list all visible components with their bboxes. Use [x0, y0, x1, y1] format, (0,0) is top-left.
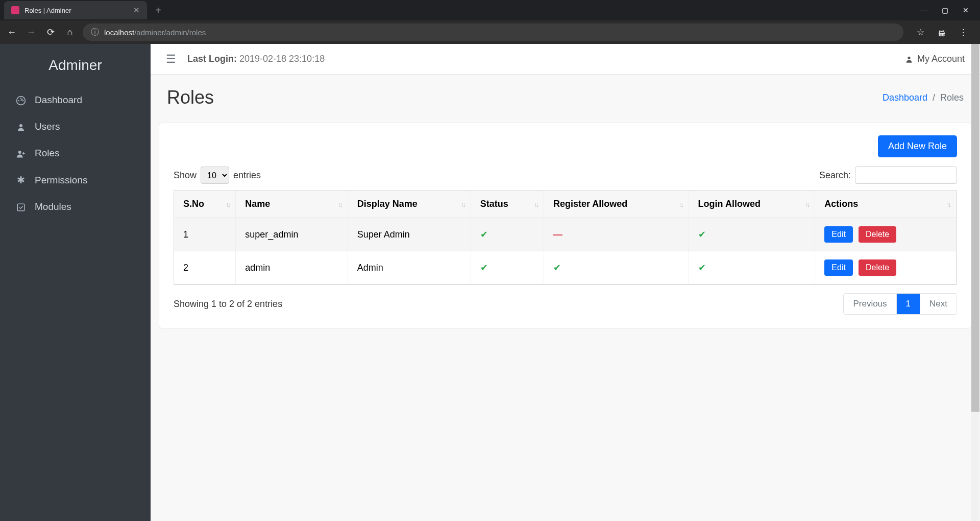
next-button[interactable]: Next [920, 294, 957, 314]
edit-button[interactable]: Edit [824, 226, 853, 243]
pagination: Previous 1 Next [843, 293, 957, 315]
col-register-allowed[interactable]: Register Allowed↑↓ [544, 191, 689, 218]
dashboard-icon [15, 94, 27, 106]
cell-name: admin [236, 251, 348, 285]
user-icon [905, 54, 913, 64]
col-display-name[interactable]: Display Name↑↓ [348, 191, 471, 218]
sort-icon: ↑↓ [226, 200, 229, 208]
col-status[interactable]: Status↑↓ [471, 191, 544, 218]
maximize-icon[interactable]: ▢ [942, 6, 948, 14]
table-info: Showing 1 to 2 of 2 entries [174, 299, 282, 310]
search-label: Search: [819, 170, 851, 181]
svg-point-6 [19, 124, 22, 127]
sidebar-item-roles[interactable]: Roles [0, 140, 151, 167]
col-actions[interactable]: Actions↑↓ [815, 191, 957, 218]
search-input[interactable] [855, 167, 957, 184]
incognito-icon[interactable] [937, 27, 947, 37]
breadcrumb-current: Roles [940, 92, 964, 103]
delete-button[interactable]: Delete [859, 259, 896, 276]
favicon [11, 6, 19, 14]
kebab-menu-icon[interactable]: ⋮ [959, 27, 968, 38]
sidebar-item-label: Modules [35, 201, 71, 212]
sort-icon: ↑↓ [461, 200, 464, 208]
close-tab-icon[interactable]: ✕ [133, 6, 140, 15]
svg-point-0 [939, 34, 941, 36]
sidebar: Adminer Dashboard Users Roles [0, 44, 151, 521]
page-1-button[interactable]: 1 [897, 294, 920, 314]
sidebar-item-dashboard[interactable]: Dashboard [0, 87, 151, 113]
sidebar-item-label: Dashboard [35, 94, 82, 106]
svg-point-1 [942, 34, 944, 36]
sidebar-item-label: Users [35, 121, 60, 132]
site-info-icon[interactable]: ⓘ [91, 27, 99, 38]
brand: Adminer [0, 44, 151, 87]
scrollbar[interactable] [971, 44, 979, 521]
new-tab-button[interactable]: + [147, 5, 169, 16]
cell-status: ✔ [471, 218, 544, 251]
check-icon: ✔ [698, 263, 706, 273]
browser-tab[interactable]: Roles | Adminer ✕ [4, 1, 147, 19]
my-account-label: My Account [917, 54, 965, 64]
sort-icon: ↑↓ [534, 200, 537, 208]
sort-icon: ↑↓ [946, 200, 950, 208]
sidebar-item-label: Roles [35, 148, 60, 159]
sidebar-item-modules[interactable]: Modules [0, 194, 151, 220]
table-row: 2 admin Admin ✔ ✔ ✔ Edit Delete [174, 251, 957, 285]
svg-point-5 [22, 100, 24, 102]
delete-button[interactable]: Delete [859, 226, 896, 243]
forward-icon[interactable]: → [24, 27, 38, 38]
reload-icon[interactable]: ⟳ [44, 27, 57, 38]
cell-register: ✔ [544, 251, 689, 285]
entries-select[interactable]: 10 [201, 167, 229, 184]
last-login: Last Login: 2019-02-18 23:10:18 [187, 54, 325, 64]
cell-name: super_admin [236, 218, 348, 251]
roles-table: S.No↑↓ Name↑↓ Display Name↑↓ Status↑↓ Re… [174, 190, 957, 285]
cell-sno: 2 [174, 251, 236, 285]
check-icon: ✔ [698, 229, 706, 240]
svg-point-3 [18, 100, 20, 102]
check-icon: ✔ [480, 263, 488, 273]
star-icon[interactable]: ☆ [917, 27, 924, 38]
edit-button[interactable]: Edit [824, 259, 853, 276]
cell-login: ✔ [689, 251, 816, 285]
breadcrumb-dashboard[interactable]: Dashboard [883, 92, 927, 103]
address-bar[interactable]: ⓘ localhost/adminer/admin/roles [83, 23, 903, 41]
minimize-icon[interactable]: — [920, 6, 927, 14]
tab-title: Roles | Adminer [24, 7, 71, 14]
asterisk-icon: ✱ [15, 174, 27, 186]
svg-point-4 [20, 98, 22, 100]
cell-sno: 1 [174, 218, 236, 251]
my-account-link[interactable]: My Account [905, 54, 965, 64]
add-new-role-button[interactable]: Add New Role [878, 135, 957, 157]
length-control: Show 10 entries [174, 167, 261, 184]
url-text: localhost/adminer/admin/roles [104, 28, 206, 37]
cell-status: ✔ [471, 251, 544, 285]
sidebar-item-users[interactable]: Users [0, 113, 151, 140]
breadcrumb-separator: / [933, 92, 935, 103]
cell-login: ✔ [689, 218, 816, 251]
cell-display-name: Super Admin [348, 218, 471, 251]
check-square-icon [15, 201, 27, 212]
check-icon: ✔ [553, 263, 561, 273]
col-login-allowed[interactable]: Login Allowed↑↓ [689, 191, 816, 218]
sidebar-item-label: Permissions [35, 175, 87, 186]
back-icon[interactable]: ← [5, 27, 18, 38]
minus-icon: — [553, 229, 562, 240]
close-window-icon[interactable]: ✕ [963, 6, 969, 14]
cell-register: — [544, 218, 689, 251]
sidebar-item-permissions[interactable]: ✱ Permissions [0, 167, 151, 194]
col-sno[interactable]: S.No↑↓ [174, 191, 236, 218]
topbar: ☰ Last Login: 2019-02-18 23:10:18 My Acc… [151, 44, 980, 75]
col-name[interactable]: Name↑↓ [236, 191, 348, 218]
hamburger-icon[interactable]: ☰ [166, 53, 176, 66]
home-icon[interactable]: ⌂ [63, 27, 77, 38]
table-row: 1 super_admin Super Admin ✔ — ✔ Edit Del… [174, 218, 957, 251]
sort-icon: ↑↓ [805, 200, 808, 208]
check-icon: ✔ [480, 229, 488, 240]
cell-actions: Edit Delete [815, 251, 957, 285]
sort-icon: ↑↓ [679, 200, 682, 208]
sort-icon: ↑↓ [338, 200, 341, 208]
page-title: Roles [167, 87, 214, 108]
svg-point-7 [18, 151, 21, 154]
previous-button[interactable]: Previous [844, 294, 896, 314]
